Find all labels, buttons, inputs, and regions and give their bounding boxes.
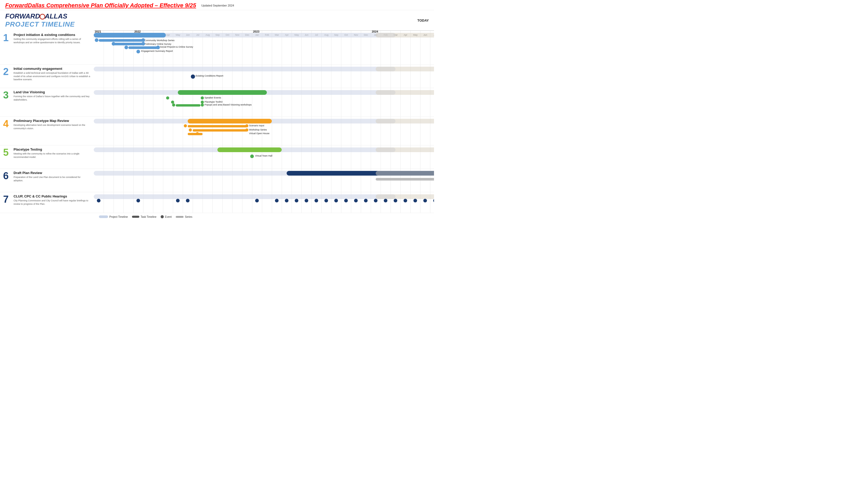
gantt-bar — [376, 194, 434, 199]
phase-number-5: 6 — [3, 171, 11, 181]
hearing-dot — [394, 199, 397, 202]
legend-task-timeline-label: Task Timeline — [141, 215, 156, 218]
phase-title-3: Preliminary Placetype Map Review — [13, 119, 91, 123]
logo-circle-icon — [40, 14, 45, 20]
phase-label-1: 2 Initial community engagement Establish… — [0, 65, 94, 88]
phase-label-3: 4 Preliminary Placetype Map Review Devel… — [0, 117, 94, 145]
gantt-dot — [184, 124, 187, 127]
gantt-area-5: Public Comment Period — [94, 169, 434, 192]
gantt-dot — [201, 103, 204, 106]
phase-desc-0: Getting the community engagement efforts… — [13, 38, 91, 44]
hearing-dot — [255, 199, 259, 202]
phase-row-1: 2 Initial community engagement Establish… — [0, 65, 434, 88]
gantt-bar — [376, 171, 434, 176]
phase-row-5: 6 Draft Plan Review Preparation of the L… — [0, 169, 434, 192]
hearing-dot — [324, 199, 328, 202]
phase-desc-6: City Planning Commission and City Counci… — [13, 199, 91, 206]
gantt-bar — [217, 147, 282, 152]
phase-desc-2: Forming the vision of Dallas's future to… — [13, 95, 91, 101]
hearing-dot — [423, 199, 427, 202]
phase-text-2: Land Use Visioning Forming the vision of… — [13, 90, 91, 101]
phase-title-0: Project initiation & existing conditions — [13, 33, 91, 37]
gantt-dot — [172, 103, 175, 106]
phase-desc-4: Meeting with the community to refine the… — [13, 152, 91, 158]
hearing-dot — [413, 199, 417, 202]
gantt-area-0: Community Workshop SeriesPreliminary Onl… — [94, 31, 434, 64]
legend-project-timeline-bar — [99, 215, 108, 218]
phase-number-0: 1 — [3, 33, 11, 43]
gantt-bar — [188, 133, 203, 135]
gantt-dot — [141, 42, 145, 45]
hearing-dot — [176, 199, 180, 202]
hearing-dot — [295, 199, 298, 202]
hearing-dot — [334, 199, 338, 202]
hearing-dot — [354, 199, 358, 202]
phase-title-5: Draft Plan Review — [13, 171, 91, 175]
task-label: Workshop Series — [249, 129, 267, 132]
gantt-dot — [201, 96, 204, 100]
gantt-area-1: Existing Conditions Report — [94, 65, 434, 88]
phase-number-2: 3 — [3, 90, 11, 100]
phase-number-1: 2 — [3, 67, 11, 76]
legend-event-label: Event — [165, 215, 172, 218]
hearing-dot — [186, 199, 189, 202]
phase-number-6: 7 — [3, 194, 11, 204]
legend-series: Series — [176, 215, 192, 218]
task-label: Popups and area Based Visioning workshop… — [205, 103, 252, 106]
gantt-bar — [128, 47, 158, 49]
today-label: TODAY — [417, 19, 429, 22]
phase-label-2: 3 Land Use Visioning Forming the vision … — [0, 88, 94, 116]
phase-text-5: Draft Plan Review Preparation of the Lan… — [13, 171, 91, 182]
hearing-dot — [344, 199, 348, 202]
task-label: Social Pinpoint & Online Survey — [160, 45, 193, 49]
task-label: Placetype ToolKit — [205, 101, 223, 104]
phase-row-3: 4 Preliminary Placetype Map Review Devel… — [0, 117, 434, 145]
hearing-dot — [433, 199, 434, 202]
phase-text-3: Preliminary Placetype Map Review Develop… — [13, 119, 91, 130]
gantt-dot — [166, 96, 169, 100]
legend-event: Event — [161, 215, 172, 218]
gantt-area-4: Virtual Town Hall — [94, 145, 434, 168]
bar-label: Preliminary Online Survey — [144, 43, 171, 45]
task-label: Existing Conditions Report — [196, 74, 223, 78]
logo-subtitle: PROJECT TIMELINE — [5, 20, 75, 28]
task-label: Virtual Open House — [249, 132, 269, 135]
gantt-dot — [136, 50, 140, 53]
logo-dallas: ALLAS — [45, 12, 68, 20]
gantt-dot — [156, 45, 160, 49]
header-updated: Updated September 2024 — [201, 4, 234, 7]
legend-series-label: Series — [185, 215, 192, 218]
gantt-bar — [99, 39, 143, 42]
gantt-area-2: Speaker EventsPlacetype ToolKitPopups an… — [94, 88, 434, 116]
phase-text-4: Placetype Testing Meeting with the commu… — [13, 147, 91, 158]
hearing-dot — [404, 199, 407, 202]
legend: Project Timeline Task Timeline Event Ser… — [94, 213, 434, 221]
task-label: Scenario Input — [249, 124, 264, 127]
gantt-dot — [141, 38, 145, 42]
phase-text-1: Initial community engagement Establish a… — [13, 67, 91, 81]
phase-row-0: 1 Project initiation & existing conditio… — [0, 31, 434, 65]
task-label: Speaker Events — [205, 96, 221, 100]
logo-row: FORWARDALLAS PROJECT TIMELINE TODAY — [0, 10, 434, 29]
phase-title-4: Placetype Testing — [13, 147, 91, 151]
gantt-dot — [250, 154, 254, 158]
gantt-dot — [189, 129, 192, 132]
phase-desc-5: Preparation of the Land Use Plan documen… — [13, 176, 91, 182]
gantt-area-6 — [94, 192, 434, 213]
gantt-bar — [188, 125, 247, 127]
phase-number-3: 4 — [3, 119, 11, 129]
phase-label-6: 7 CLUP, CPC & CC Public Hearings City Pl… — [0, 192, 94, 213]
hearing-dot — [304, 199, 308, 202]
phase-row-6: 7 CLUP, CPC & CC Public Hearings City Pl… — [0, 192, 434, 213]
gantt-bar — [178, 90, 267, 95]
gantt-bar — [376, 33, 434, 38]
legend-event-dot — [161, 215, 164, 218]
gantt-bar — [114, 43, 143, 45]
phase-label-5: 6 Draft Plan Review Preparation of the L… — [0, 169, 94, 192]
legend-task-timeline: Task Timeline — [132, 215, 156, 218]
hearing-dot — [97, 199, 101, 202]
hearing-dot — [285, 199, 288, 202]
gantt-bar — [94, 33, 166, 38]
bar-label: Community Workshop Series — [144, 39, 174, 42]
gantt-bar — [193, 129, 247, 132]
